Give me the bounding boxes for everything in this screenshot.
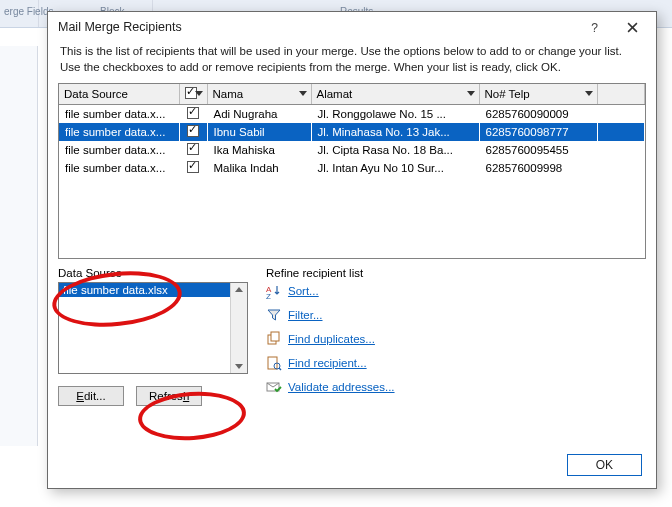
list-item[interactable]: file sumber data.xlsx [59, 283, 247, 297]
table-header-row: Data Source Nama Alamat No# Telp [59, 84, 645, 105]
cell-check[interactable] [179, 105, 207, 123]
checkbox-icon[interactable] [187, 143, 199, 155]
cell-ds: file sumber data.x... [59, 159, 179, 177]
col-alamat[interactable]: Alamat [311, 84, 479, 105]
cell-telp: 6285760090009 [479, 105, 597, 123]
col-blank [597, 84, 645, 105]
cell-alamat: Jl. Minahasa No. 13 Jak... [311, 123, 479, 141]
cell-ds: file sumber data.x... [59, 105, 179, 123]
cell-ds: file sumber data.x... [59, 141, 179, 159]
find-recipient-link[interactable]: Find recipient... [266, 355, 646, 371]
validate-icon [266, 379, 282, 395]
scrollbar[interactable] [230, 283, 247, 373]
cell-check[interactable] [179, 123, 207, 141]
dialog-intro: This is the list of recipients that will… [48, 42, 656, 81]
doc-margin [0, 46, 38, 446]
find-duplicates-link[interactable]: Find duplicates... [266, 331, 646, 347]
data-source-label: Data Source [58, 267, 248, 279]
sort-link[interactable]: AZ Sort... [266, 283, 646, 299]
filter-label: Filter... [288, 309, 323, 321]
cell-nama: Malika Indah [207, 159, 311, 177]
dialog-title: Mail Merge Recipients [58, 20, 182, 34]
checkbox-icon[interactable] [187, 125, 199, 137]
sort-label: Sort... [288, 285, 319, 297]
cell-alamat: Jl. Ronggolawe No. 15 ... [311, 105, 479, 123]
dialog-footer: OK [48, 442, 656, 488]
cell-alamat: Jl. Cipta Rasa No. 18 Ba... [311, 141, 479, 159]
cell-telp: 628576009998 [479, 159, 597, 177]
table-row[interactable]: file sumber data.x...Malika IndahJl. Int… [59, 159, 645, 177]
filter-icon [266, 307, 282, 323]
table-row[interactable]: file sumber data.x...Adi NugrahaJl. Rong… [59, 105, 645, 123]
duplicates-icon [266, 331, 282, 347]
col-nama[interactable]: Nama [207, 84, 311, 105]
svg-rect-6 [271, 332, 279, 341]
find-icon [266, 355, 282, 371]
titlebar: Mail Merge Recipients ? [48, 12, 656, 42]
col-check-all[interactable] [179, 84, 207, 105]
refine-pane: Refine recipient list AZ Sort... Filter.… [266, 267, 646, 442]
cell-nama: Ika Mahiska [207, 141, 311, 159]
table-row[interactable]: file sumber data.x...Ika MahiskaJl. Cipt… [59, 141, 645, 159]
mail-merge-recipients-dialog: Mail Merge Recipients ? This is the list… [47, 11, 657, 489]
col-telp[interactable]: No# Telp [479, 84, 597, 105]
filter-link[interactable]: Filter... [266, 307, 646, 323]
cell-telp: 6285760098777 [479, 123, 597, 141]
refresh-button[interactable]: Refresh [136, 386, 202, 406]
validate-addresses-link[interactable]: Validate addresses... [266, 379, 646, 395]
validate-label: Validate addresses... [288, 381, 395, 393]
cell-ds: file sumber data.x... [59, 123, 179, 141]
svg-text:?: ? [591, 22, 598, 33]
checkbox-icon[interactable] [187, 107, 199, 119]
col-data-source[interactable]: Data Source [59, 84, 179, 105]
ok-button[interactable]: OK [567, 454, 642, 476]
data-source-pane: Data Source file sumber data.xlsx Edit..… [58, 267, 248, 442]
find-label: Find recipient... [288, 357, 367, 369]
data-source-listbox[interactable]: file sumber data.xlsx [58, 282, 248, 374]
dupes-label: Find duplicates... [288, 333, 375, 345]
svg-text:Z: Z [266, 292, 271, 299]
cell-nama: Adi Nugraha [207, 105, 311, 123]
svg-line-9 [279, 368, 281, 370]
cell-check[interactable] [179, 159, 207, 177]
checkbox-icon[interactable] [187, 161, 199, 173]
help-button[interactable]: ? [576, 16, 612, 38]
edit-button[interactable]: Edit... [58, 386, 124, 406]
sort-icon: AZ [266, 283, 282, 299]
cell-check[interactable] [179, 141, 207, 159]
cell-nama: Ibnu Sabil [207, 123, 311, 141]
recipients-table[interactable]: Data Source Nama Alamat No# Telp file su… [58, 83, 646, 259]
close-button[interactable] [614, 16, 650, 38]
cell-alamat: Jl. Intan Ayu No 10 Sur... [311, 159, 479, 177]
table-row[interactable]: file sumber data.x...Ibnu SabilJl. Minah… [59, 123, 645, 141]
cell-telp: 6285760095455 [479, 141, 597, 159]
refine-label: Refine recipient list [266, 267, 646, 279]
